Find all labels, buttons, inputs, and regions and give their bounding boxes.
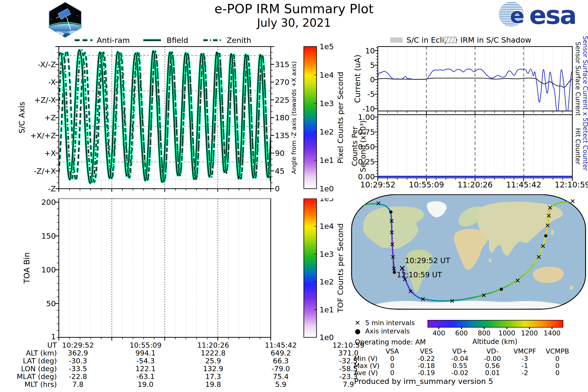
toa-ytick-label: 150 (42, 232, 56, 240)
x-marker-icon: ✕ (355, 319, 363, 326)
x-ticks (59, 337, 271, 340)
colorbar-tick-label: 1e1 (320, 305, 334, 314)
vertical-gridlines (388, 115, 563, 178)
alt-tick (461, 327, 462, 329)
alt-tick (529, 327, 530, 329)
cell: 19.8 (179, 380, 247, 388)
colorbar-tick-label: 1e4 (320, 70, 334, 80)
cell: 0 (375, 362, 410, 370)
map-legend-5min: ✕ 5 min intervals (355, 319, 415, 326)
sc-legend: Anti-ramBfieldZenith (75, 36, 251, 44)
current-ytick: -10 (362, 104, 375, 113)
tof-colorbar-title: TOF Counts per Second (336, 223, 345, 313)
cell: 7.8 (44, 380, 112, 388)
cell: -1 (508, 362, 542, 370)
alt-tick-label: 1200 (518, 329, 540, 337)
sc-ytick-label: +Z (44, 113, 56, 122)
current-axis-title: Current (uA) (353, 55, 362, 103)
angle-tick-label: 180 (275, 113, 289, 122)
angle-tick-label: 135 (275, 131, 289, 140)
cell: 0 (540, 362, 574, 370)
axis-interval-marker (389, 210, 392, 214)
voltage-header: VSA (375, 348, 410, 355)
time-tick-label: 10:55:09 (409, 180, 444, 190)
cell: 0.55 (443, 362, 477, 370)
colorbar-tick-label: 1e2 (320, 277, 334, 286)
cell: 0.56 (475, 362, 510, 370)
toa-ytick-label: 1 (51, 332, 56, 340)
counts-axis-title-1: Counts Per (350, 126, 359, 166)
colorbar (304, 198, 316, 337)
esa-wordmark: esa (529, 0, 576, 28)
time-tick-label: 11:20:26 (458, 180, 493, 190)
alt-tick (552, 327, 552, 329)
footer-text: Produced by irm_summary version 5 (354, 377, 493, 386)
eclipse-swatch (390, 38, 402, 43)
alt-tick-label: 800 (473, 329, 495, 337)
angle-axis-title: Angle from -Z axis (towards +X axis) (290, 61, 298, 174)
cell: -0.19 (409, 369, 444, 376)
alt-tick-label: 400 (428, 329, 450, 337)
cell: 0 (375, 369, 410, 376)
legend-label: Zenith (226, 36, 251, 44)
x-ticks (378, 111, 572, 114)
legend-label: Bfield (166, 36, 188, 44)
shadow-legend-item: IRM in S/C Shadow (445, 36, 531, 44)
colorbar-tick-label: 1e5 (320, 198, 334, 203)
hit-counter-label: Hit Counter (574, 128, 582, 164)
voltage-header: VMCPF (508, 348, 542, 355)
cell: 994.1 (112, 349, 179, 357)
cassiope-mission-patch: CASSIOPE (44, 1, 86, 38)
map-legend-axis-label: Axis intervals (365, 327, 410, 335)
ephemeris-row-LON: LON (deg)-33.5122.1132.9-79.0-58.5 (0, 364, 392, 373)
sc-ytick-label: +X/+Z (30, 131, 56, 140)
voltage-header: VES (409, 348, 444, 355)
sc-series (59, 50, 271, 183)
voltage-row-Ave: Ave (V)0-0.19-0.020.01-20 (350, 369, 588, 377)
cell: -2 (508, 369, 542, 376)
cell: 75.4 (247, 372, 314, 381)
angle-tick-label: 45 (275, 166, 284, 176)
sc-ytick-label: -X/-Z (38, 60, 56, 69)
sc-axis-panel: Anti-ramBfieldZenith-X/-Z-X+Z/-X+Z+X/+Z+… (0, 34, 350, 198)
sensor-current-x5-label: Sensor Surface Current x 5 (582, 36, 588, 122)
colorbar-tick-label: 1e0 (320, 333, 334, 340)
current-ytick: -5 (367, 90, 375, 98)
alt-tick (506, 327, 508, 329)
cell: 0 (540, 369, 574, 376)
sc-ytick-label: -Z/+X (34, 166, 56, 176)
cell: 132.9 (179, 364, 247, 373)
toa-ytick-label: 100 (42, 265, 56, 274)
cell: 10:29:52 (44, 341, 112, 349)
angle-tick-label: 90 (275, 149, 284, 158)
cell: -0.02 (443, 369, 477, 376)
cell: 10:55:09 (112, 341, 179, 349)
voltage-header-row: VSAVESVD+VD-VMCPFVCMPB (350, 348, 588, 356)
voltage-header: VD+ (443, 348, 477, 355)
cell: 0.01 (475, 369, 510, 376)
cell: -54.3 (112, 357, 179, 365)
vertical-gridlines (69, 198, 260, 337)
cell: 17.3 (179, 372, 247, 381)
ephemeris-row-MLT: MLT (hrs)7.819.019.85.97.9 (0, 380, 392, 388)
dot-marker-icon: ● (355, 327, 363, 335)
ephemeris-row-LAT: LAT (deg)-30.3-54.325.966.3-32.5 (0, 357, 392, 365)
sc-ytick-label: +X (44, 149, 56, 158)
cell: 19.0 (112, 380, 179, 388)
legend-label: Anti-ram (97, 36, 130, 44)
axis-interval-marker (500, 288, 503, 291)
time-tick-label: 10:29:52 (360, 180, 396, 190)
cell: 11:45:42 (247, 341, 314, 349)
current-ytick: 5 (370, 61, 375, 70)
altitude-colorbar-title: Altitude (km) (428, 338, 562, 346)
map-annotation: 10:29:52 UT (405, 256, 450, 265)
counts-axis-title-2: Second (x10³) (359, 120, 367, 172)
cell: 25.9 (179, 357, 247, 365)
axis-interval-marker (544, 234, 547, 238)
shadow-label: IRM in S/C Shadow (460, 36, 531, 44)
voltage-header: VD- (475, 348, 510, 355)
time-tick-label: 12:10:59 (555, 180, 588, 190)
time-tick-label: 11:45:42 (506, 180, 542, 190)
voltage-table: VSAVESVD+VD-VMCPFVCMPBMin (V)0-0.22-0.04… (350, 348, 588, 377)
ephemeris-row-UT: UT10:29:5210:55:0911:20:2611:45:4212:10:… (0, 341, 392, 349)
